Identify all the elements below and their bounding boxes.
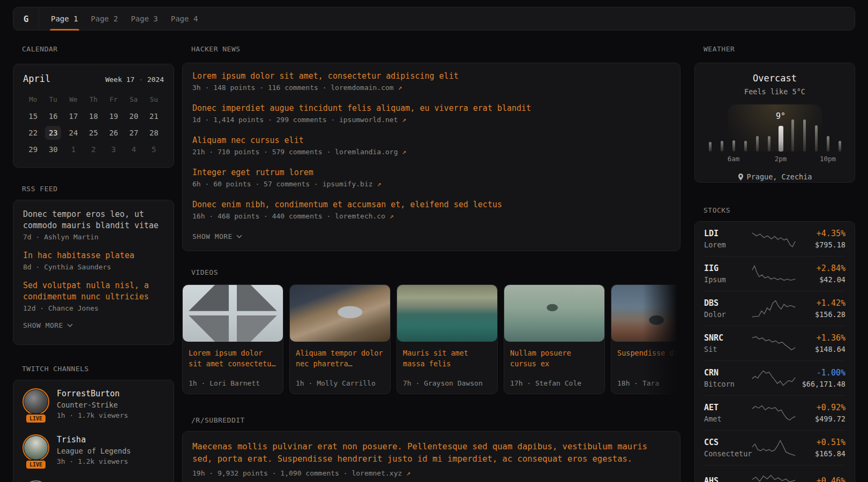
- hn-item-title[interactable]: Lorem ipsum dolor sit amet, consectetur …: [192, 72, 670, 81]
- twitch-channel[interactable]: LIVE Trisha League of Legends 3h · 1.2k …: [23, 435, 164, 465]
- stock-symbol[interactable]: DBS: [704, 298, 751, 308]
- video-title[interactable]: Aliquam tempor dolor nec pharetra…: [296, 348, 384, 369]
- video-meta: 1h · Molly Carrillo: [296, 379, 376, 387]
- temp-bar: [791, 119, 794, 152]
- stock-symbol[interactable]: CCS: [704, 438, 751, 447]
- channel-info: Trisha League of Legends 3h · 1.2k viewe…: [57, 435, 131, 465]
- stock-row[interactable]: IIGIpsum +2.84%$42.04: [704, 257, 845, 291]
- rss-item-meta: 8d · Cynthia Saunders: [23, 263, 164, 271]
- hn-item-title[interactable]: Donec imperdiet augue tincidunt felis al…: [192, 104, 670, 113]
- stock-price: $66,171.48: [796, 380, 845, 388]
- rss-item-title[interactable]: Donec tempor eros leo, ut commodo mauris…: [23, 209, 164, 231]
- video-meta: 1h · Lori Barnett: [189, 379, 260, 387]
- video-title[interactable]: Lorem ipsum dolor sit amet consectetu…: [189, 348, 277, 369]
- video-card[interactable]: Suspendisse diam 18h · Tara: [611, 284, 680, 394]
- calendar-day: 29: [23, 142, 43, 156]
- tab-page-3[interactable]: Page 3: [131, 7, 158, 30]
- current-temp-label: 9°: [776, 111, 785, 121]
- videos-section-label: VIDEOS: [191, 268, 680, 276]
- external-link-icon[interactable]: ↗: [402, 116, 406, 124]
- video-card[interactable]: Aliquam tempor dolor nec pharetra… 1h · …: [289, 284, 391, 394]
- avatar: [24, 390, 48, 413]
- stock-row[interactable]: SNRCSit +1.36%$148.64: [704, 326, 845, 361]
- video-thumbnail[interactable]: [611, 285, 680, 342]
- stock-symbol[interactable]: CRN: [704, 368, 751, 378]
- calendar-day: 20: [124, 109, 144, 123]
- external-link-icon[interactable]: ↗: [406, 469, 410, 477]
- weather-temp-chart: 9°: [695, 104, 855, 152]
- stock-symbol[interactable]: AET: [704, 403, 751, 412]
- video-thumbnail[interactable]: [183, 285, 283, 342]
- calendar-day: 4: [124, 142, 144, 156]
- video-card[interactable]: Lorem ipsum dolor sit amet consectetu… 1…: [182, 284, 283, 394]
- stock-change: -1.00%: [796, 368, 845, 378]
- stock-row[interactable]: AHS +0.46%: [704, 465, 845, 482]
- stock-symbol[interactable]: AHS: [704, 476, 751, 482]
- app-logo[interactable]: G: [13, 7, 39, 30]
- external-link-icon[interactable]: ↗: [398, 84, 402, 92]
- stock-row[interactable]: LDILorem +4.35%$795.18: [704, 222, 845, 257]
- calendar-day: 24: [63, 126, 84, 140]
- hn-item: Integer eget rutrum lorem 6h · 60 points…: [192, 168, 670, 188]
- live-badge: LIVE: [25, 460, 47, 470]
- tab-page-2[interactable]: Page 2: [91, 7, 118, 30]
- rss-item-title[interactable]: Sed volutpat nulla nisl, a condimentum n…: [23, 280, 164, 303]
- temp-bar: [768, 136, 770, 152]
- hn-item-title[interactable]: Donec enim nibh, condimentum et accumsan…: [192, 200, 670, 209]
- weather-widget: Overcast Feels like 5°C 9° 6am2pm10pm Pr…: [694, 63, 855, 183]
- stock-symbol[interactable]: LDI: [704, 229, 751, 238]
- stock-row[interactable]: CRNBitcorn -1.00%$66,171.48: [704, 361, 845, 396]
- video-thumbnail[interactable]: [397, 285, 497, 342]
- tab-page-1[interactable]: Page 1: [51, 7, 78, 30]
- chevron-down-icon: [67, 323, 73, 327]
- stock-name: Dolor: [704, 310, 751, 319]
- twitch-channel[interactable]: LIVE ForrestBurton Counter-Strike 1h · 1…: [23, 389, 164, 419]
- hackernews-show-more-button[interactable]: SHOW MORE: [192, 232, 242, 240]
- map-pin-icon: [738, 174, 744, 180]
- hn-item-title[interactable]: Integer eget rutrum lorem: [192, 168, 670, 177]
- calendar-day: 19: [103, 109, 124, 123]
- stock-row[interactable]: AETAmet +0.92%$499.72: [704, 396, 845, 431]
- channel-game[interactable]: Counter-Strike: [57, 401, 128, 409]
- channel-name[interactable]: Trisha: [57, 435, 131, 445]
- rss-item-title[interactable]: In hac habitasse platea: [23, 250, 164, 261]
- external-link-icon[interactable]: ↗: [377, 180, 381, 188]
- calendar-week: Week 17 · 2024: [105, 76, 164, 84]
- rss-item-meta: 7d · Ashlyn Martin: [23, 233, 164, 241]
- calendar-day: 25: [84, 126, 104, 140]
- calendar-day-header: Mo: [23, 93, 43, 107]
- rss-show-more-button[interactable]: SHOW MORE: [23, 321, 73, 329]
- calendar-day: 2: [84, 142, 104, 156]
- video-thumbnail[interactable]: [504, 285, 604, 342]
- stock-row[interactable]: CCSConsectetur +0.51%$165.84: [704, 431, 845, 465]
- hn-item-title[interactable]: Aliquam nec cursus elit: [192, 136, 670, 145]
- external-link-icon[interactable]: ↗: [390, 212, 394, 220]
- stock-price: $148.64: [796, 345, 845, 353]
- sparkline: [751, 368, 796, 388]
- stock-symbol[interactable]: SNRC: [704, 333, 751, 343]
- channel-game[interactable]: League of Legends: [57, 447, 131, 455]
- weather-section-label: WEATHER: [704, 45, 855, 53]
- video-card[interactable]: Mauris sit amet massa felis 7h · Grayson…: [396, 284, 498, 394]
- video-title[interactable]: Mauris sit amet massa felis: [403, 348, 491, 369]
- weather-feels-like: Feels like 5°C: [695, 87, 855, 96]
- stock-name: Amet: [704, 415, 751, 423]
- calendar-day: 18: [84, 109, 104, 123]
- tab-page-4[interactable]: Page 4: [171, 7, 198, 30]
- rss-widget: Donec tempor eros leo, ut commodo mauris…: [13, 200, 174, 345]
- temp-bar: [803, 119, 806, 152]
- video-thumbnail[interactable]: [290, 285, 390, 342]
- video-title[interactable]: Nullam posuere cursus ex: [510, 348, 598, 369]
- video-card[interactable]: Nullam posuere cursus ex 17h · Stefan Co…: [504, 284, 605, 394]
- video-title[interactable]: Suspendisse diam: [617, 348, 680, 358]
- calendar-day-selected: 23: [45, 126, 61, 140]
- channel-name[interactable]: ForrestBurton: [57, 389, 128, 398]
- hn-item: Lorem ipsum dolor sit amet, consectetur …: [192, 72, 670, 92]
- calendar-day: 15: [23, 109, 43, 123]
- reddit-post-title[interactable]: Maecenas mollis pulvinar erat non posuer…: [192, 441, 670, 465]
- external-link-icon[interactable]: ↗: [402, 148, 406, 156]
- chevron-down-icon: [236, 235, 242, 238]
- stock-symbol[interactable]: IIG: [704, 263, 751, 273]
- calendar-day: 1: [63, 142, 84, 156]
- stock-row[interactable]: DBSDolor +1.42%$156.28: [704, 291, 845, 326]
